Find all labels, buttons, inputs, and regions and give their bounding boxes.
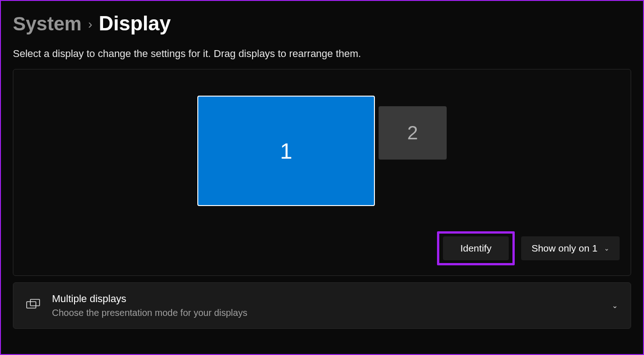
multiple-displays-card[interactable]: Multiple displays Choose the presentatio… xyxy=(13,282,631,329)
chevron-down-icon: ⌄ xyxy=(604,245,610,252)
projection-mode-dropdown[interactable]: Show only on 1 ⌄ xyxy=(521,236,620,260)
chevron-down-icon: ⌄ xyxy=(612,301,618,310)
multiple-displays-description: Choose the presentation mode for your di… xyxy=(52,308,600,318)
page-title: Display xyxy=(99,12,171,35)
identify-button[interactable]: Identify xyxy=(443,236,509,260)
breadcrumb-parent-system[interactable]: System xyxy=(13,13,81,35)
card-text: Multiple displays Choose the presentatio… xyxy=(52,293,600,318)
identify-highlight-box: Identify xyxy=(437,231,515,265)
projection-mode-label: Show only on 1 xyxy=(531,243,598,254)
displays-icon xyxy=(26,299,40,313)
monitor-2[interactable]: 2 xyxy=(379,106,447,160)
svg-rect-0 xyxy=(27,302,36,308)
display-instructions: Select a display to change the settings … xyxy=(13,48,631,60)
multiple-displays-title: Multiple displays xyxy=(52,293,600,305)
monitors-canvas[interactable]: 1 2 xyxy=(13,69,631,223)
chevron-right-icon: › xyxy=(88,17,92,32)
svg-rect-1 xyxy=(30,299,40,306)
breadcrumb: System › Display xyxy=(13,12,631,35)
display-arrangement-area: 1 2 Identify Show only on 1 ⌄ xyxy=(13,69,631,276)
display-controls-row: Identify Show only on 1 ⌄ xyxy=(13,223,631,275)
monitor-1[interactable]: 1 xyxy=(197,96,375,206)
